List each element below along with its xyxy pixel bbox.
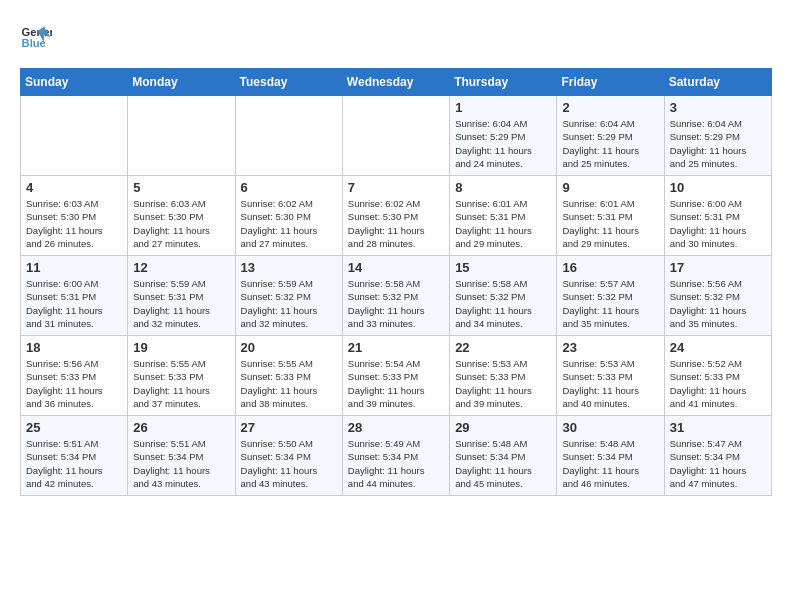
day-number: 13 (241, 260, 337, 275)
day-number: 1 (455, 100, 551, 115)
day-number: 10 (670, 180, 766, 195)
calendar-cell: 22Sunrise: 5:53 AM Sunset: 5:33 PM Dayli… (450, 336, 557, 416)
calendar-cell: 10Sunrise: 6:00 AM Sunset: 5:31 PM Dayli… (664, 176, 771, 256)
calendar-week-4: 18Sunrise: 5:56 AM Sunset: 5:33 PM Dayli… (21, 336, 772, 416)
logo-icon: General Blue (20, 20, 52, 52)
calendar-cell: 3Sunrise: 6:04 AM Sunset: 5:29 PM Daylig… (664, 96, 771, 176)
day-number: 16 (562, 260, 658, 275)
day-number: 6 (241, 180, 337, 195)
calendar-cell: 2Sunrise: 6:04 AM Sunset: 5:29 PM Daylig… (557, 96, 664, 176)
calendar-cell (342, 96, 449, 176)
calendar-cell: 12Sunrise: 5:59 AM Sunset: 5:31 PM Dayli… (128, 256, 235, 336)
day-info: Sunrise: 5:50 AM Sunset: 5:34 PM Dayligh… (241, 437, 337, 490)
day-number: 11 (26, 260, 122, 275)
calendar-cell (21, 96, 128, 176)
calendar-week-1: 1Sunrise: 6:04 AM Sunset: 5:29 PM Daylig… (21, 96, 772, 176)
day-number: 18 (26, 340, 122, 355)
day-number: 30 (562, 420, 658, 435)
calendar-cell: 16Sunrise: 5:57 AM Sunset: 5:32 PM Dayli… (557, 256, 664, 336)
col-header-monday: Monday (128, 69, 235, 96)
day-number: 25 (26, 420, 122, 435)
day-info: Sunrise: 5:58 AM Sunset: 5:32 PM Dayligh… (348, 277, 444, 330)
day-info: Sunrise: 6:03 AM Sunset: 5:30 PM Dayligh… (133, 197, 229, 250)
col-header-sunday: Sunday (21, 69, 128, 96)
col-header-friday: Friday (557, 69, 664, 96)
day-info: Sunrise: 5:51 AM Sunset: 5:34 PM Dayligh… (133, 437, 229, 490)
day-number: 8 (455, 180, 551, 195)
day-number: 29 (455, 420, 551, 435)
calendar-week-3: 11Sunrise: 6:00 AM Sunset: 5:31 PM Dayli… (21, 256, 772, 336)
calendar-table: SundayMondayTuesdayWednesdayThursdayFrid… (20, 68, 772, 496)
calendar-cell: 29Sunrise: 5:48 AM Sunset: 5:34 PM Dayli… (450, 416, 557, 496)
day-number: 2 (562, 100, 658, 115)
calendar-body: 1Sunrise: 6:04 AM Sunset: 5:29 PM Daylig… (21, 96, 772, 496)
col-header-saturday: Saturday (664, 69, 771, 96)
calendar-cell (235, 96, 342, 176)
calendar-cell: 6Sunrise: 6:02 AM Sunset: 5:30 PM Daylig… (235, 176, 342, 256)
day-number: 23 (562, 340, 658, 355)
day-info: Sunrise: 5:56 AM Sunset: 5:33 PM Dayligh… (26, 357, 122, 410)
col-header-tuesday: Tuesday (235, 69, 342, 96)
calendar-week-5: 25Sunrise: 5:51 AM Sunset: 5:34 PM Dayli… (21, 416, 772, 496)
day-number: 22 (455, 340, 551, 355)
calendar-cell: 28Sunrise: 5:49 AM Sunset: 5:34 PM Dayli… (342, 416, 449, 496)
calendar-cell: 4Sunrise: 6:03 AM Sunset: 5:30 PM Daylig… (21, 176, 128, 256)
day-info: Sunrise: 5:54 AM Sunset: 5:33 PM Dayligh… (348, 357, 444, 410)
day-info: Sunrise: 6:00 AM Sunset: 5:31 PM Dayligh… (670, 197, 766, 250)
day-info: Sunrise: 6:01 AM Sunset: 5:31 PM Dayligh… (562, 197, 658, 250)
day-info: Sunrise: 5:59 AM Sunset: 5:31 PM Dayligh… (133, 277, 229, 330)
calendar-cell: 30Sunrise: 5:48 AM Sunset: 5:34 PM Dayli… (557, 416, 664, 496)
calendar-cell: 5Sunrise: 6:03 AM Sunset: 5:30 PM Daylig… (128, 176, 235, 256)
calendar-cell: 24Sunrise: 5:52 AM Sunset: 5:33 PM Dayli… (664, 336, 771, 416)
day-number: 15 (455, 260, 551, 275)
day-number: 9 (562, 180, 658, 195)
calendar-cell: 9Sunrise: 6:01 AM Sunset: 5:31 PM Daylig… (557, 176, 664, 256)
day-info: Sunrise: 5:57 AM Sunset: 5:32 PM Dayligh… (562, 277, 658, 330)
col-header-thursday: Thursday (450, 69, 557, 96)
calendar-cell: 20Sunrise: 5:55 AM Sunset: 5:33 PM Dayli… (235, 336, 342, 416)
calendar-cell: 17Sunrise: 5:56 AM Sunset: 5:32 PM Dayli… (664, 256, 771, 336)
page-header: General Blue (20, 20, 772, 52)
calendar-cell: 11Sunrise: 6:00 AM Sunset: 5:31 PM Dayli… (21, 256, 128, 336)
day-number: 26 (133, 420, 229, 435)
day-info: Sunrise: 6:02 AM Sunset: 5:30 PM Dayligh… (241, 197, 337, 250)
day-info: Sunrise: 5:55 AM Sunset: 5:33 PM Dayligh… (241, 357, 337, 410)
day-info: Sunrise: 6:01 AM Sunset: 5:31 PM Dayligh… (455, 197, 551, 250)
day-number: 20 (241, 340, 337, 355)
col-header-wednesday: Wednesday (342, 69, 449, 96)
day-info: Sunrise: 6:03 AM Sunset: 5:30 PM Dayligh… (26, 197, 122, 250)
calendar-cell: 27Sunrise: 5:50 AM Sunset: 5:34 PM Dayli… (235, 416, 342, 496)
calendar-cell: 26Sunrise: 5:51 AM Sunset: 5:34 PM Dayli… (128, 416, 235, 496)
day-info: Sunrise: 5:53 AM Sunset: 5:33 PM Dayligh… (455, 357, 551, 410)
calendar-cell: 13Sunrise: 5:59 AM Sunset: 5:32 PM Dayli… (235, 256, 342, 336)
calendar-header-row: SundayMondayTuesdayWednesdayThursdayFrid… (21, 69, 772, 96)
day-info: Sunrise: 5:59 AM Sunset: 5:32 PM Dayligh… (241, 277, 337, 330)
calendar-cell: 19Sunrise: 5:55 AM Sunset: 5:33 PM Dayli… (128, 336, 235, 416)
calendar-cell: 18Sunrise: 5:56 AM Sunset: 5:33 PM Dayli… (21, 336, 128, 416)
day-info: Sunrise: 5:53 AM Sunset: 5:33 PM Dayligh… (562, 357, 658, 410)
day-number: 3 (670, 100, 766, 115)
day-number: 28 (348, 420, 444, 435)
day-info: Sunrise: 5:48 AM Sunset: 5:34 PM Dayligh… (455, 437, 551, 490)
calendar-cell: 23Sunrise: 5:53 AM Sunset: 5:33 PM Dayli… (557, 336, 664, 416)
calendar-cell: 31Sunrise: 5:47 AM Sunset: 5:34 PM Dayli… (664, 416, 771, 496)
svg-text:General: General (22, 26, 52, 38)
day-number: 31 (670, 420, 766, 435)
calendar-cell: 7Sunrise: 6:02 AM Sunset: 5:30 PM Daylig… (342, 176, 449, 256)
day-number: 12 (133, 260, 229, 275)
logo: General Blue (20, 20, 52, 52)
calendar-cell: 25Sunrise: 5:51 AM Sunset: 5:34 PM Dayli… (21, 416, 128, 496)
day-info: Sunrise: 5:56 AM Sunset: 5:32 PM Dayligh… (670, 277, 766, 330)
day-info: Sunrise: 6:04 AM Sunset: 5:29 PM Dayligh… (455, 117, 551, 170)
day-info: Sunrise: 6:02 AM Sunset: 5:30 PM Dayligh… (348, 197, 444, 250)
day-info: Sunrise: 5:58 AM Sunset: 5:32 PM Dayligh… (455, 277, 551, 330)
calendar-cell: 15Sunrise: 5:58 AM Sunset: 5:32 PM Dayli… (450, 256, 557, 336)
day-info: Sunrise: 6:04 AM Sunset: 5:29 PM Dayligh… (670, 117, 766, 170)
calendar-week-2: 4Sunrise: 6:03 AM Sunset: 5:30 PM Daylig… (21, 176, 772, 256)
calendar-cell (128, 96, 235, 176)
day-number: 17 (670, 260, 766, 275)
day-number: 5 (133, 180, 229, 195)
day-number: 21 (348, 340, 444, 355)
day-info: Sunrise: 5:55 AM Sunset: 5:33 PM Dayligh… (133, 357, 229, 410)
day-info: Sunrise: 5:47 AM Sunset: 5:34 PM Dayligh… (670, 437, 766, 490)
